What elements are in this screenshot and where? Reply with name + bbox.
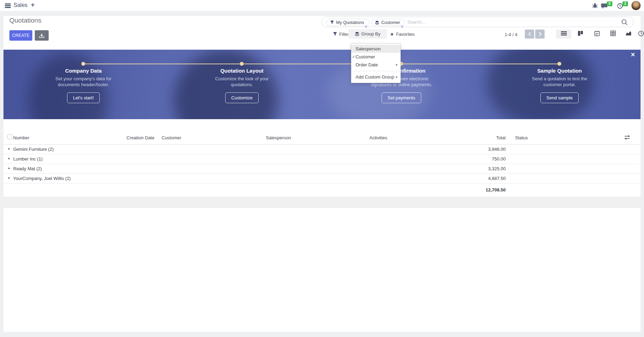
menu-item-customer[interactable]: ✓ Customer: [351, 53, 400, 61]
download-icon: [39, 33, 44, 38]
group-row-lumber-inc[interactable]: ▸ Lumber Inc (1) 750.00: [3, 154, 641, 164]
debug-bug-icon[interactable]: [592, 2, 598, 9]
facet-remove-icon[interactable]: ×: [401, 24, 403, 29]
group-row-yourcompany-joel-willis[interactable]: ▸ YourCompany, Joel Willis (2) 4,687.50: [3, 174, 641, 183]
step-description: Customize the look of your quotations.: [207, 76, 277, 88]
step-description: Set your company's data for documents he…: [49, 76, 118, 88]
search-facet-customer[interactable]: Customer ×: [371, 19, 405, 26]
facet-label: Customer: [381, 20, 400, 25]
list-view-icon[interactable]: [561, 31, 567, 37]
timeline-dot: [81, 62, 85, 66]
menu-item-label: Customer: [356, 54, 375, 59]
app-name-sales[interactable]: Sales: [14, 2, 27, 8]
layers-icon: [355, 32, 359, 36]
banner-close-icon[interactable]: ×: [631, 51, 635, 59]
column-header-salesperson[interactable]: Salesperson: [266, 135, 291, 140]
kanban-view-icon[interactable]: [578, 31, 584, 37]
apps-menu-icon[interactable]: [5, 3, 11, 8]
onboarding-step-quotation-layout: Quotation Layout Customize the look of y…: [207, 68, 277, 103]
customize-button[interactable]: Customize: [225, 92, 258, 103]
menu-separator: [351, 71, 400, 71]
onboarding-step-sample-quotation: Sample Quotation Send a quotation to tes…: [525, 68, 594, 103]
table-footer-totals: 12,708.50: [3, 183, 641, 197]
menu-item-label: Add Custom Group: [356, 74, 394, 80]
expand-caret-icon[interactable]: ▸: [8, 166, 10, 170]
column-header-total[interactable]: Total: [462, 135, 506, 140]
activity-view-icon[interactable]: [638, 31, 644, 37]
user-avatar[interactable]: [631, 1, 641, 10]
menu-item-salesperson[interactable]: Salesperson: [351, 45, 400, 53]
group-name: YourCompany, Joel Willis (2): [13, 176, 71, 181]
column-header-creation-date[interactable]: Creation Date: [127, 135, 154, 140]
group-total: 3,946.00: [462, 147, 506, 152]
search-bar: My Quotations × Customer ×: [321, 17, 634, 27]
timeline-dot: [557, 62, 561, 66]
pivot-view-icon[interactable]: [610, 31, 617, 37]
group-row-ready-mat[interactable]: ▸ Ready Mat (2) 3,325.00: [3, 164, 641, 174]
column-header-status[interactable]: Status: [515, 135, 528, 140]
group-name: Ready Mat (2): [13, 166, 42, 171]
search-input[interactable]: [407, 18, 588, 26]
chevron-left-icon: [528, 32, 531, 36]
select-all-checkbox[interactable]: [7, 134, 12, 139]
column-header-activities[interactable]: Activities: [369, 135, 387, 140]
star-icon: ★: [390, 32, 394, 37]
send-sample-button[interactable]: Send sample: [540, 92, 579, 103]
facet-label: My Quotations: [336, 20, 364, 25]
column-header-number[interactable]: Number: [13, 135, 29, 140]
favorites-label: Favorites: [396, 32, 415, 37]
table-footer-band: [3, 197, 641, 208]
optional-columns-icon[interactable]: [624, 135, 630, 140]
table-header: Number Creation Date Customer Salesperso…: [3, 131, 641, 145]
top-navbar: Sales + 5 2: [0, 0, 644, 11]
export-button[interactable]: [35, 30, 49, 41]
layers-icon: [375, 20, 379, 25]
expand-caret-icon[interactable]: ▸: [8, 147, 10, 150]
menu-item-add-custom-group[interactable]: Add Custom Group ▸: [351, 73, 400, 81]
create-button[interactable]: CREATE: [9, 30, 32, 41]
check-icon: ✓: [352, 53, 355, 61]
timeline-dot: [240, 62, 244, 66]
expand-caret-icon[interactable]: ▸: [8, 156, 10, 160]
menu-item-label: Order Date: [356, 62, 378, 67]
content-area: Quotations CREATE My Quotations × Custom…: [3, 16, 641, 332]
group-by-button[interactable]: Group By: [348, 29, 387, 39]
group-by-label: Group By: [361, 31, 381, 36]
menu-item-order-date[interactable]: Order Date ▸: [351, 61, 400, 69]
group-total: 750.00: [462, 156, 506, 162]
favorites-button[interactable]: ★ Favorites: [390, 31, 415, 37]
step-title: Company Data: [49, 68, 118, 74]
new-tab-button[interactable]: +: [31, 1, 35, 9]
facet-remove-icon[interactable]: ×: [365, 24, 367, 29]
search-icon[interactable]: [621, 19, 628, 26]
group-row-gemini-furniture[interactable]: ▸ Gemini Furniture (2) 3,946.00: [3, 145, 641, 154]
search-facet-my-quotations[interactable]: My Quotations ×: [326, 19, 369, 26]
onboarding-banner: Company Data Set your company's data for…: [3, 50, 641, 119]
column-header-customer[interactable]: Customer: [162, 135, 181, 140]
step-title: Quotation Layout: [207, 68, 277, 74]
submenu-caret-icon: ▸: [396, 73, 398, 81]
filter-icon: [330, 20, 334, 24]
lets-start-button[interactable]: Let's start!: [67, 92, 100, 103]
expand-caret-icon[interactable]: ▸: [8, 176, 10, 180]
step-title: Sample Quotation: [525, 68, 594, 74]
activities-badge: 2: [622, 1, 628, 6]
submenu-caret-icon: ▸: [396, 61, 398, 69]
pager-next-button[interactable]: [535, 30, 545, 39]
grand-total: 12,708.50: [462, 187, 506, 192]
chevron-right-icon: [539, 32, 541, 36]
messages-badge: 5: [607, 1, 612, 6]
onboarding-timeline: [83, 64, 560, 64]
menu-item-label: Salesperson: [356, 46, 381, 51]
group-name: Lumber Inc (1): [13, 156, 43, 162]
graph-view-icon[interactable]: [626, 31, 632, 37]
group-total: 3,325.00: [462, 166, 506, 171]
filter-icon: [333, 32, 337, 36]
group-name: Gemini Furniture (2): [13, 147, 54, 152]
pager-previous-button[interactable]: [525, 30, 534, 39]
onboarding-step-company-data: Company Data Set your company's data for…: [49, 68, 118, 103]
pager-range: 1-4 / 4: [505, 32, 517, 37]
calendar-view-icon[interactable]: [594, 31, 601, 37]
group-total: 4,687.50: [462, 176, 506, 181]
set-payments-button[interactable]: Set payments: [382, 92, 421, 103]
